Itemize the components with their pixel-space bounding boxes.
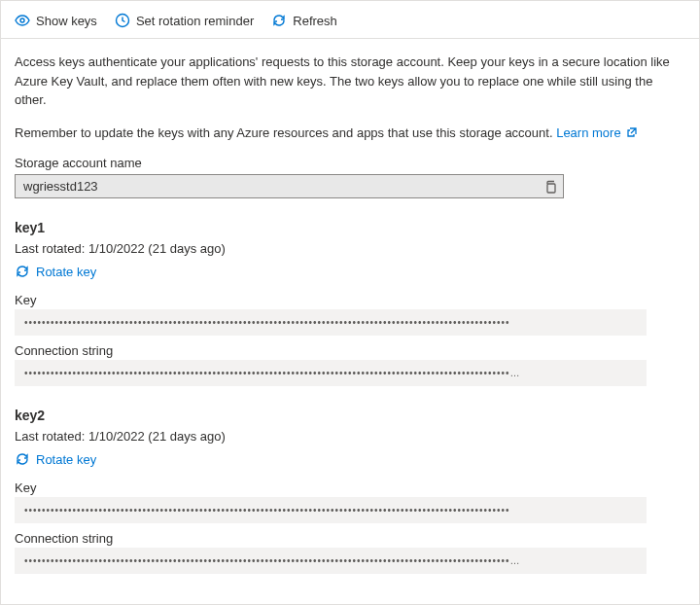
svg-point-0 [20,18,24,22]
key1-last-rotated: Last rotated: 1/10/2022 (21 days ago) [15,241,685,256]
key1-title: key1 [15,220,685,235]
key1-conn-value[interactable]: ••••••••••••••••••••••••••••••••••••••••… [15,360,647,386]
learn-more-link[interactable]: Learn more [556,125,638,140]
key1-rotate-button[interactable]: Rotate key [15,264,96,279]
refresh-button[interactable]: Refresh [271,13,337,28]
key2-conn-value[interactable]: ••••••••••••••••••••••••••••••••••••••••… [15,548,647,574]
toolbar: Show keys Set rotation reminder Refresh [1,1,699,39]
rotate-icon [15,264,30,279]
set-rotation-button[interactable]: Set rotation reminder [115,13,254,28]
show-keys-label: Show keys [36,14,97,28]
description-p2: Remember to update the keys with any Azu… [15,124,685,143]
storage-account-field: wgriesstd123 [15,174,564,198]
key1-conn-label: Connection string [15,343,685,358]
key2-conn-label: Connection string [15,531,685,546]
key1-key-value[interactable]: ••••••••••••••••••••••••••••••••••••••••… [15,309,647,336]
clock-icon [115,13,130,28]
key1-rotate-label: Rotate key [36,265,96,279]
content: Access keys authenticate your applicatio… [1,39,699,587]
eye-icon [15,13,30,28]
rotate-icon [15,451,30,467]
description-p2-text: Remember to update the keys with any Azu… [15,125,556,140]
key2-title: key2 [15,408,685,423]
key2-key-value[interactable]: ••••••••••••••••••••••••••••••••••••••••… [15,497,647,523]
storage-account-value: wgriesstd123 [23,179,543,194]
external-link-icon [626,126,638,138]
set-rotation-label: Set rotation reminder [136,14,254,28]
key-section-2: key2 Last rotated: 1/10/2022 (21 days ag… [15,408,685,574]
key2-rotate-button[interactable]: Rotate key [15,451,96,467]
key2-last-rotated: Last rotated: 1/10/2022 (21 days ago) [15,429,685,444]
copy-icon [543,180,557,194]
show-keys-button[interactable]: Show keys [15,13,97,28]
storage-account-label: Storage account name [15,156,685,170]
description-p1: Access keys authenticate your applicatio… [15,53,685,110]
learn-more-label: Learn more [556,125,620,140]
refresh-icon [271,13,287,28]
copy-button[interactable] [543,180,557,194]
key1-key-label: Key [15,293,685,307]
key2-key-label: Key [15,480,685,495]
svg-rect-2 [547,184,555,193]
access-keys-panel: Show keys Set rotation reminder Refresh … [0,0,700,605]
key2-rotate-label: Rotate key [36,452,96,467]
key-section-1: key1 Last rotated: 1/10/2022 (21 days ag… [15,220,685,386]
refresh-label: Refresh [293,14,337,28]
